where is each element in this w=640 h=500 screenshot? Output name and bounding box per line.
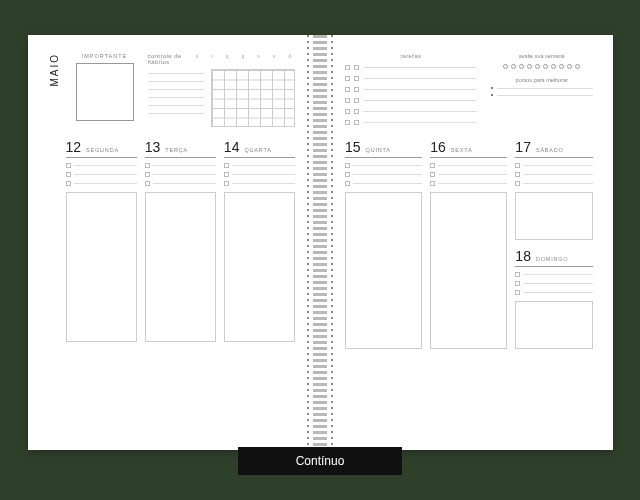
habit-lines bbox=[148, 69, 206, 127]
day-num: 13 bbox=[145, 139, 161, 155]
importante-section: IMPORTANTE bbox=[74, 53, 136, 131]
habitos-section: controle de hábitos s t q q s s d bbox=[148, 53, 296, 131]
habitos-days: s t q q s s d bbox=[196, 53, 291, 59]
left-days-row: 12SEGUNDA 13TERÇA 14QUARTA bbox=[66, 139, 296, 342]
avalie-section: avalie sua semana pontos para melhorar bbox=[491, 53, 593, 131]
rating-dots bbox=[491, 64, 593, 69]
day-name: DOMINGO bbox=[536, 256, 569, 262]
right-page: tarefas avalie sua semana pontos para me… bbox=[320, 35, 613, 450]
day-name: QUARTA bbox=[244, 147, 271, 153]
day-name: TERÇA bbox=[165, 147, 188, 153]
note-box bbox=[515, 192, 592, 240]
right-top-band: tarefas avalie sua semana pontos para me… bbox=[345, 53, 593, 131]
day-num: 17 bbox=[515, 139, 531, 155]
day-col-segunda: 12SEGUNDA bbox=[66, 139, 137, 342]
day-num: 12 bbox=[66, 139, 82, 155]
day-col-quinta: 15QUINTA bbox=[345, 139, 422, 349]
habitos-label: controle de hábitos bbox=[148, 53, 186, 65]
left-top-band: Maio IMPORTANTE controle de hábitos s t … bbox=[48, 53, 296, 131]
note-box bbox=[224, 192, 295, 342]
day-name: QUINTA bbox=[366, 147, 391, 153]
pontos-label: pontos para melhorar bbox=[491, 77, 593, 83]
right-days-row: 15QUINTA 16SEXTA 17SÁBADO 18DOMINGO bbox=[345, 139, 593, 349]
day-name: SEGUNDA bbox=[86, 147, 119, 153]
tarefas-label: tarefas bbox=[345, 53, 477, 59]
note-box bbox=[430, 192, 507, 349]
habit-grid bbox=[211, 69, 295, 127]
weekend-col: 17SÁBADO 18DOMINGO bbox=[515, 139, 592, 349]
avalie-label: avalie sua semana bbox=[491, 53, 593, 59]
day-col-quarta: 14QUARTA bbox=[224, 139, 295, 342]
day-col-terca: 13TERÇA bbox=[145, 139, 216, 342]
day-num: 14 bbox=[224, 139, 240, 155]
month-column: Maio bbox=[48, 53, 62, 131]
spiral-binding bbox=[313, 35, 327, 450]
day-num: 15 bbox=[345, 139, 361, 155]
tarefas-section: tarefas bbox=[345, 53, 477, 131]
note-box bbox=[515, 301, 592, 349]
note-box bbox=[145, 192, 216, 342]
day-name: SÁBADO bbox=[536, 147, 564, 153]
day-num: 16 bbox=[430, 139, 446, 155]
left-page: Maio IMPORTANTE controle de hábitos s t … bbox=[28, 35, 321, 450]
day-name: SEXTA bbox=[451, 147, 473, 153]
day-num: 18 bbox=[515, 248, 531, 264]
day-col-sexta: 16SEXTA bbox=[430, 139, 507, 349]
footer-label: Contínuo bbox=[238, 447, 403, 475]
planner-spread: Maio IMPORTANTE controle de hábitos s t … bbox=[28, 35, 613, 450]
importante-label: IMPORTANTE bbox=[82, 53, 128, 59]
note-box bbox=[66, 192, 137, 342]
note-box bbox=[345, 192, 422, 349]
month-label: Maio bbox=[49, 53, 60, 87]
importante-box bbox=[76, 63, 134, 121]
